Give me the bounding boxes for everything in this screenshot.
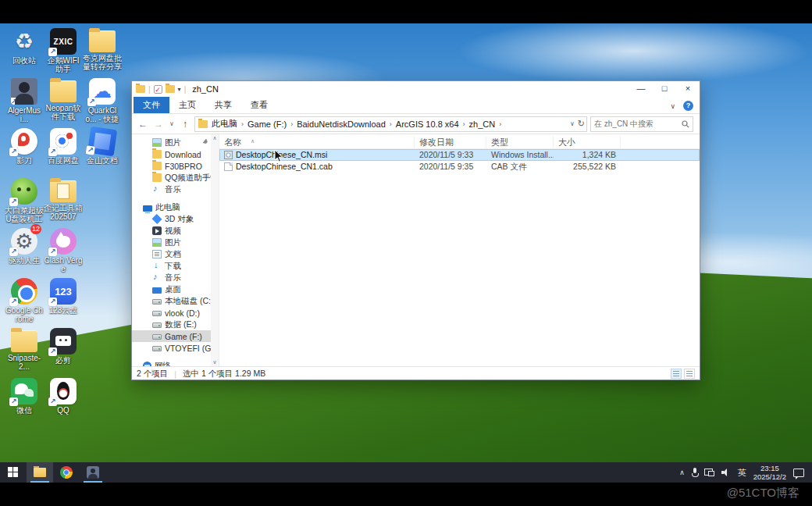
- folder-icon: [152, 150, 162, 159]
- sidebar-item-图片[interactable]: 图片: [132, 137, 211, 148]
- navigation-scrollbar[interactable]: ∧ ∨: [211, 134, 219, 366]
- scroll-up-icon[interactable]: ∧: [211, 134, 219, 142]
- sidebar-item-F30BPRO[interactable]: F30BPRO: [132, 160, 211, 172]
- chrome-taskbar-button[interactable]: [53, 462, 80, 483]
- ribbon-tab-文件[interactable]: 文件: [134, 97, 169, 113]
- breadcrumb-segment[interactable]: zh_CN: [467, 119, 498, 129]
- desktop-icon[interactable]: 回收站: [5, 28, 44, 78]
- notification-center-icon[interactable]: [793, 469, 804, 477]
- sidebar-items: 图片DownloadF30BPROQQ频道助手v3.5音乐此电脑3D 对象视频图…: [132, 137, 219, 366]
- column-header-名称[interactable]: 名称∧: [219, 136, 415, 149]
- sidebar-item-QQ频道助手v3.5[interactable]: QQ频道助手v3.5: [132, 172, 211, 184]
- file-type: Windows Install...: [486, 149, 554, 161]
- sidebar-item-网络[interactable]: 网络: [132, 360, 211, 366]
- sidebar-item-数据 (E:)[interactable]: 数据 (E:): [132, 319, 211, 330]
- address-box[interactable]: 此电脑›Game (F:)›BaiduNetdiskDownload›ArcGI…: [194, 116, 587, 132]
- location-folder-icon: [198, 120, 208, 128]
- msi-file-icon: [224, 151, 233, 159]
- desktop-icon[interactable]: 夸克网盘批量转存分享: [83, 28, 122, 78]
- close-button[interactable]: ×: [676, 81, 700, 97]
- forward-button[interactable]: →: [152, 119, 165, 130]
- file-row[interactable]: DesktopChinese_CN1.cab2020/11/5 9:35CAB …: [219, 161, 700, 173]
- breadcrumb-segment[interactable]: Game (F:): [245, 119, 289, 129]
- title-bar[interactable]: | ✓ ▾ | zh_CN —□×: [132, 81, 700, 97]
- sidebar-item-3D 对象[interactable]: 3D 对象: [132, 213, 211, 225]
- file-name-cell: DesktopChinese_CN1.cab: [219, 161, 415, 173]
- minimize-button[interactable]: —: [629, 81, 653, 97]
- scroll-down-icon[interactable]: ∨: [211, 358, 219, 366]
- sidebar-item-vlook (D:)[interactable]: vlook (D:): [132, 307, 211, 319]
- desktop-icon[interactable]: ↗Google Chrome: [5, 278, 44, 328]
- speaker-icon[interactable]: [721, 469, 731, 476]
- sidebar-item-桌面[interactable]: 桌面: [132, 283, 211, 295]
- network-display-icon[interactable]: [704, 469, 714, 476]
- desktop-icon[interactable]: Snipaste-2...: [5, 328, 44, 378]
- sidebar-item-音乐[interactable]: 音乐: [132, 184, 211, 195]
- desktop-icon[interactable]: ↗大白菜超级U盘装机工具: [5, 178, 44, 228]
- sidebar-item-图片[interactable]: 图片: [132, 237, 211, 248]
- help-icon[interactable]: ?: [683, 101, 693, 111]
- sidebar-item-下载[interactable]: 下载: [132, 260, 211, 272]
- shortcut-arrow-icon: ↗: [48, 48, 57, 56]
- tray-chevron-up-icon[interactable]: ∧: [679, 469, 685, 476]
- ribbon-tab-共享[interactable]: 共享: [205, 97, 241, 113]
- breadcrumb-segment[interactable]: 此电脑: [209, 118, 240, 130]
- column-header-类型[interactable]: 类型: [486, 136, 554, 149]
- ribbon-tab-主页[interactable]: 主页: [169, 97, 205, 113]
- new-folder-icon[interactable]: [166, 85, 175, 93]
- folder-icon: [11, 330, 37, 352]
- sidebar-item-本地磁盘 (C:)[interactable]: 本地磁盘 (C:): [132, 295, 211, 307]
- up-button[interactable]: ↑: [179, 119, 191, 130]
- sidebar-item-Download[interactable]: Download: [132, 148, 211, 160]
- desktop-icon[interactable]: 歪记工具箱 202507: [44, 178, 83, 228]
- start-button[interactable]: [0, 462, 27, 483]
- folder-icon: [89, 30, 116, 52]
- desktop-icon[interactable]: ↗AlgerMusi...: [5, 78, 44, 128]
- ribbon-tabs: 文件主页共享查看: [134, 97, 277, 113]
- maximize-button[interactable]: □: [653, 81, 676, 97]
- sidebar-item-此电脑[interactable]: 此电脑: [132, 201, 211, 213]
- desktop-icon[interactable]: ↗QQ: [44, 378, 83, 428]
- desktop-icon[interactable]: ↗12驱动人生: [5, 228, 44, 278]
- items-count: 2 个项目: [137, 369, 168, 380]
- breadcrumb-segment[interactable]: BaiduNetdiskDownload: [294, 119, 388, 129]
- sidebar-item-音乐[interactable]: 音乐: [132, 272, 211, 283]
- avatar-app-taskbar-button[interactable]: [80, 462, 106, 483]
- desktop-icon[interactable]: ↗微信: [5, 378, 44, 428]
- desktop-icon[interactable]: ↗必剪: [44, 328, 83, 378]
- desktop-icon[interactable]: Neopan软件下载: [44, 78, 83, 128]
- sidebar-item-VTOYEFI (G:)[interactable]: VTOYEFI (G:): [132, 342, 211, 354]
- search-input[interactable]: [594, 119, 678, 128]
- column-header-大小[interactable]: 大小: [554, 136, 621, 149]
- microphone-icon[interactable]: [692, 468, 697, 477]
- customize-quick-access-icon[interactable]: ▾: [178, 86, 181, 93]
- desktop-icon[interactable]: 123↗123云盘: [44, 278, 83, 328]
- sidebar-item-Game (F:)[interactable]: Game (F:): [132, 330, 211, 342]
- history-dropdown-icon[interactable]: ∨: [168, 120, 176, 127]
- refresh-icon[interactable]: ↻: [578, 119, 585, 129]
- download-icon: [152, 262, 162, 270]
- back-button[interactable]: ←: [137, 119, 149, 130]
- large-icons-view-button[interactable]: [684, 369, 695, 379]
- sidebar-item-视频[interactable]: 视频: [132, 225, 211, 237]
- view-toggles: [671, 369, 695, 379]
- sidebar-item-文档[interactable]: 文档: [132, 248, 211, 260]
- clock[interactable]: 23:15 2025/12/2: [753, 464, 786, 481]
- breadcrumb-segment[interactable]: ArcGIS 10.8 x64: [394, 119, 461, 129]
- desktop-icon[interactable]: ZXIC↗企鹅WIFI助手: [44, 28, 83, 78]
- desktop-icon[interactable]: ↗Clash Verge: [44, 228, 83, 278]
- address-dropdown-icon[interactable]: ∨: [570, 120, 575, 127]
- explorer-taskbar-button[interactable]: [27, 462, 53, 483]
- input-method-indicator[interactable]: 英: [738, 467, 746, 479]
- ribbon-collapse-icon[interactable]: ∨: [670, 102, 675, 110]
- desktop-icon[interactable]: ↗QuarkClo... - 快捷方式: [83, 78, 122, 128]
- ribbon-tab-查看[interactable]: 查看: [241, 97, 277, 113]
- details-view-button[interactable]: [671, 369, 682, 379]
- properties-icon[interactable]: ✓: [154, 85, 162, 94]
- desktop-icon[interactable]: ↗百度网盘: [44, 128, 83, 178]
- desktop-icon[interactable]: ↗影刀: [5, 128, 44, 178]
- column-header-修改日期[interactable]: 修改日期: [415, 136, 486, 149]
- file-row[interactable]: DesktopChinese_CN.msi2020/11/5 9:33Windo…: [219, 149, 700, 161]
- desktop-icon[interactable]: ↗金山文档: [83, 128, 122, 178]
- folder-icon: [152, 162, 162, 170]
